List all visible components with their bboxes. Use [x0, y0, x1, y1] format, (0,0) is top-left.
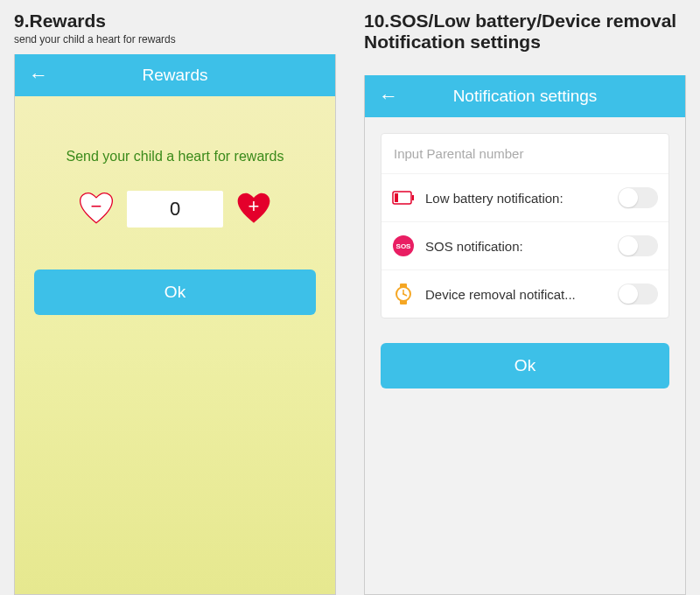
heart-count: 0	[127, 191, 223, 228]
rewards-prompt: Send your child a heart for rewards	[34, 149, 316, 164]
sos-toggle[interactable]	[618, 235, 658, 256]
notification-subheading	[364, 54, 686, 66]
low-battery-toggle[interactable]	[618, 187, 658, 208]
svg-rect-1	[412, 195, 414, 200]
notification-phone: ← Notification settings Input Parental n…	[364, 75, 686, 595]
device-removal-row: Device removal notificat...	[382, 270, 668, 318]
rewards-appbar: ← Rewards	[15, 54, 335, 96]
back-arrow-icon[interactable]: ←	[379, 85, 398, 108]
parental-number-input[interactable]: Input Parental number	[382, 134, 668, 173]
sos-label: SOS notification:	[425, 239, 607, 254]
watch-icon	[392, 283, 415, 305]
device-removal-toggle[interactable]	[618, 284, 658, 304]
heart-minus-button[interactable]: −	[78, 191, 115, 228]
sos-row: SOS SOS notification:	[382, 221, 668, 270]
notification-appbar: ← Notification settings	[365, 75, 685, 117]
notification-column: 10.SOS/Low battery/Device removal Notifi…	[364, 0, 686, 595]
rewards-body: Send your child a heart for rewards − 0 …	[15, 96, 335, 594]
rewards-ok-button[interactable]: Ok	[34, 270, 316, 315]
heart-plus-button[interactable]: +	[235, 191, 272, 228]
minus-icon: −	[91, 195, 102, 218]
rewards-phone: ← Rewards Send your child a heart for re…	[14, 54, 336, 595]
low-battery-label: Low battery notification:	[425, 191, 607, 206]
notification-card: Input Parental number Low battery notifi…	[381, 133, 669, 318]
device-removal-label: Device removal notificat...	[425, 287, 607, 302]
notification-appbar-title: Notification settings	[379, 87, 671, 106]
heart-row: − 0 +	[34, 191, 316, 228]
svg-rect-2	[395, 193, 398, 202]
notification-ok-button[interactable]: Ok	[381, 343, 669, 388]
plus-icon: +	[248, 195, 260, 218]
rewards-column: 9.Rewards send your child a heart for re…	[14, 0, 336, 595]
svg-text:SOS: SOS	[396, 242, 412, 250]
rewards-subheading: send your child a heart for rewards	[14, 33, 336, 46]
low-battery-row: Low battery notification:	[382, 173, 668, 221]
rewards-appbar-title: Rewards	[29, 66, 321, 85]
sos-icon: SOS	[392, 234, 415, 257]
svg-line-10	[403, 294, 407, 296]
rewards-heading: 9.Rewards	[14, 10, 336, 32]
notification-body: Input Parental number Low battery notifi…	[365, 117, 685, 594]
back-arrow-icon[interactable]: ←	[29, 64, 48, 87]
notification-heading: 10.SOS/Low battery/Device removal Notifi…	[364, 10, 686, 52]
battery-icon	[392, 186, 415, 209]
